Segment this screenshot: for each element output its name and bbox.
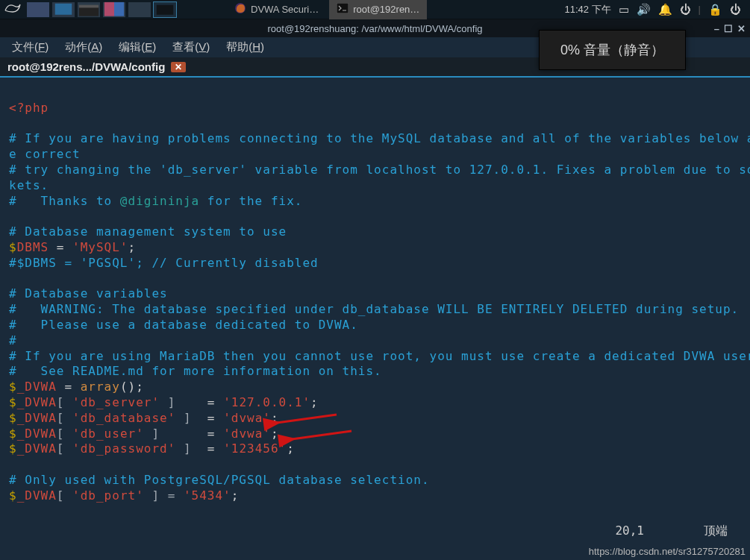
desktop-top-panel: DVWA Securi… root@192ren… 11:42 下午 ▭ 🔊 🔔… bbox=[0, 0, 750, 19]
maximize-icon[interactable]: ☐ bbox=[724, 23, 733, 34]
display-icon[interactable]: ▭ bbox=[619, 3, 629, 16]
menu-file[interactable]: 文件(F) bbox=[12, 40, 49, 54]
code-comment: #$DBMS = 'PGSQL'; // Currently disabled bbox=[9, 256, 319, 270]
menu-help[interactable]: 帮助(H) bbox=[226, 40, 264, 54]
code-comment: # Please use a database dedicated to DVW… bbox=[9, 318, 358, 332]
svg-line-9 bbox=[292, 431, 351, 439]
task-firefox[interactable]: DVWA Securi… bbox=[227, 0, 326, 19]
window-title: root@192renshuang: /var/www/html/DVWA/co… bbox=[268, 23, 483, 34]
tab-close-icon[interactable]: ✕ bbox=[171, 62, 186, 72]
clock[interactable]: 11:42 下午 bbox=[564, 3, 610, 16]
scroll-position: 顶端 bbox=[704, 523, 728, 539]
system-tray: 11:42 下午 ▭ 🔊 🔔 ⏻ | 🔒 ⏻ bbox=[564, 3, 747, 16]
workspace-1[interactable] bbox=[27, 2, 49, 17]
svg-rect-7 bbox=[337, 3, 349, 13]
code-comment: # Thanks to bbox=[9, 194, 120, 208]
volume-osd-text: 0% 音量（静音） bbox=[560, 43, 664, 57]
workspace-5[interactable] bbox=[128, 2, 151, 17]
task-terminal[interactable]: root@192ren… bbox=[329, 0, 427, 19]
code-comment: # Database management system to use bbox=[9, 224, 287, 239]
svg-line-8 bbox=[277, 415, 337, 423]
task-firefox-label: DVWA Securi… bbox=[251, 4, 319, 15]
code-comment: # Database variables bbox=[9, 286, 168, 301]
terminal-icon bbox=[337, 3, 349, 16]
workspace-4[interactable] bbox=[103, 2, 125, 17]
code-comment: # WARNING: The database specified under … bbox=[9, 302, 739, 316]
volume-osd: 0% 音量（静音） bbox=[539, 30, 686, 70]
firefox-icon bbox=[234, 2, 246, 16]
code-comment: # See README.md for more information on … bbox=[9, 364, 382, 378]
svg-rect-1 bbox=[79, 7, 99, 16]
volume-icon[interactable]: 🔊 bbox=[637, 3, 651, 16]
code-comment: # Only used with PostgreSQL/PGSQL databa… bbox=[9, 473, 430, 487]
workspace-2[interactable] bbox=[52, 2, 75, 17]
code-comment: # try changing the 'db_server' variable … bbox=[9, 163, 750, 177]
minimize-icon[interactable]: – bbox=[714, 23, 719, 34]
vim-statusbar: 20,1 顶端 bbox=[615, 523, 728, 539]
editor-content[interactable]: <?php # If you are having problems conne… bbox=[0, 78, 750, 560]
workspace-6[interactable] bbox=[154, 2, 176, 17]
task-terminal-label: root@192ren… bbox=[353, 4, 419, 15]
svg-rect-3 bbox=[104, 2, 114, 16]
menu-action[interactable]: 动作(A) bbox=[65, 40, 102, 54]
kali-logo-icon bbox=[4, 1, 22, 19]
shutdown-icon[interactable]: ⏻ bbox=[730, 3, 741, 16]
close-icon[interactable]: ✕ bbox=[737, 23, 746, 34]
code-comment: # If you are having problems connecting … bbox=[9, 131, 750, 145]
code-php-open: <?php bbox=[9, 101, 49, 115]
menu-edit[interactable]: 编辑(E) bbox=[119, 40, 156, 54]
power-icon[interactable]: ⏻ bbox=[680, 3, 691, 16]
watermark: https://blog.csdn.net/sr31275720281 bbox=[589, 546, 746, 557]
svg-rect-0 bbox=[55, 4, 72, 15]
svg-rect-2 bbox=[79, 5, 99, 8]
workspace-3[interactable] bbox=[78, 2, 100, 17]
cursor-position: 20,1 bbox=[615, 523, 644, 539]
code-mention: @digininja bbox=[120, 194, 199, 208]
lock-icon[interactable]: 🔒 bbox=[708, 3, 722, 16]
code-comment: kets. bbox=[9, 178, 49, 192]
workspace-switcher[interactable] bbox=[27, 2, 176, 17]
svg-rect-4 bbox=[114, 2, 124, 16]
notification-icon[interactable]: 🔔 bbox=[658, 3, 672, 16]
code-comment: # If you are using MariaDB then you cann… bbox=[9, 349, 750, 363]
menu-view[interactable]: 查看(V) bbox=[172, 40, 210, 54]
svg-rect-5 bbox=[157, 5, 174, 15]
code-comment: e correct bbox=[9, 147, 81, 161]
code-comment: # bbox=[9, 333, 17, 347]
terminal-tab[interactable]: root@192rens.../DVWA/config bbox=[7, 60, 165, 73]
